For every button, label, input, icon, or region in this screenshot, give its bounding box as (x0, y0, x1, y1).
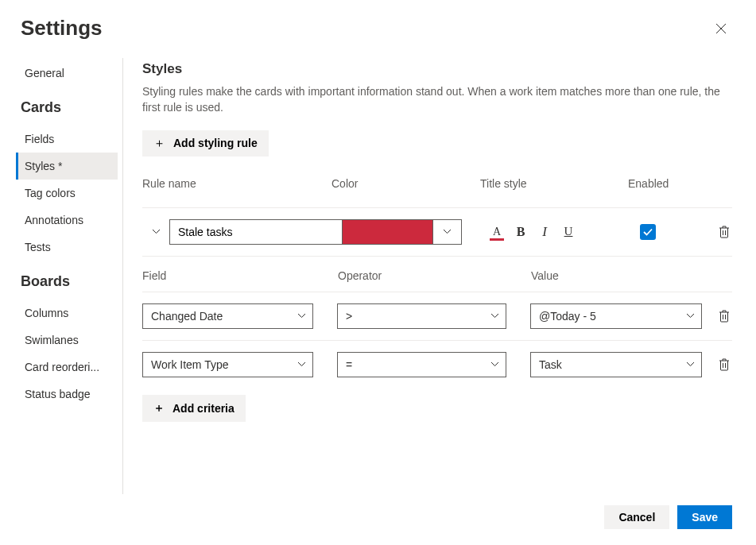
sidebar-item-label: Status badge (25, 388, 91, 400)
check-icon (643, 228, 653, 236)
main-description: Styling rules make the cards with import… (142, 83, 732, 116)
sidebar-item-tag-colors[interactable]: Tag colors (16, 180, 118, 207)
cancel-button[interactable]: Cancel (604, 505, 669, 529)
underline-button[interactable]: U (559, 222, 578, 242)
delete-criteria-button[interactable] (716, 310, 732, 323)
trash-icon (719, 358, 730, 371)
bold-button[interactable]: B (511, 222, 530, 242)
italic-icon: I (542, 224, 547, 240)
main-title: Styles (142, 61, 732, 77)
sidebar-item-label: Annotations (25, 214, 83, 226)
chevron-down-icon (686, 361, 695, 367)
color-picker[interactable] (343, 219, 462, 245)
bold-icon: B (517, 225, 525, 239)
criteria-row: Work Item Type = Task (142, 340, 732, 388)
color-picker-caret (432, 220, 461, 244)
sidebar: General Cards Fields Styles * Tag colors… (16, 58, 123, 494)
chevron-down-icon (443, 229, 452, 234)
sidebar-item-label: Styles * (25, 160, 62, 172)
sidebar-item-label: Columns (25, 307, 68, 319)
color-swatch (343, 220, 432, 244)
criteria-value-select[interactable]: @Today - 5 (530, 303, 702, 329)
sidebar-item-general[interactable]: General (16, 60, 118, 87)
column-header-title-style: Title style (480, 177, 628, 190)
criteria-operator-select[interactable]: > (337, 303, 506, 329)
sidebar-item-label: Card reorderi... (25, 361, 99, 373)
sidebar-item-status-badge[interactable]: Status badge (16, 381, 118, 408)
font-color-button[interactable]: A (487, 222, 506, 242)
sidebar-item-fields[interactable]: Fields (16, 126, 118, 153)
column-header-enabled: Enabled (628, 177, 732, 190)
italic-button[interactable]: I (535, 222, 554, 242)
trash-icon (719, 226, 730, 238)
select-value: Changed Date (151, 310, 223, 323)
sidebar-item-card-reordering[interactable]: Card reorderi... (16, 354, 118, 381)
add-styling-rule-button[interactable]: ＋ Add styling rule (142, 130, 269, 157)
sidebar-item-styles[interactable]: Styles * (16, 153, 118, 180)
styling-rule-row: A B I U (142, 207, 732, 257)
add-rule-label: Add styling rule (173, 137, 258, 149)
chevron-down-icon (152, 229, 161, 234)
delete-rule-button[interactable] (716, 226, 732, 238)
trash-icon (719, 310, 730, 323)
select-value: @Today - 5 (539, 310, 596, 323)
select-value: > (346, 310, 352, 323)
chevron-down-icon (490, 361, 499, 367)
sidebar-item-swimlanes[interactable]: Swimlanes (16, 327, 118, 354)
add-criteria-label: Add criteria (173, 402, 235, 415)
add-criteria-button[interactable]: ＋ Add criteria (142, 395, 246, 422)
sidebar-item-label: Tag colors (25, 187, 76, 199)
sidebar-section-boards: Boards (16, 261, 118, 300)
close-icon (715, 23, 727, 34)
expand-rule-button[interactable] (142, 229, 169, 234)
sidebar-item-tests[interactable]: Tests (16, 234, 118, 261)
rule-name-input[interactable] (169, 219, 343, 245)
chevron-down-icon (686, 313, 695, 319)
column-header-rule-name: Rule name (142, 177, 331, 190)
sidebar-item-label: General (25, 67, 64, 79)
font-color-icon: A (493, 226, 501, 238)
criteria-field-select[interactable]: Changed Date (142, 303, 313, 329)
dialog-title: Settings (21, 16, 103, 41)
criteria-header-operator: Operator (338, 269, 531, 282)
criteria-header-value: Value (531, 269, 732, 282)
select-value: Work Item Type (151, 358, 229, 371)
chevron-down-icon (297, 361, 306, 367)
select-value: = (346, 358, 352, 371)
save-button[interactable]: Save (677, 505, 732, 529)
sidebar-item-annotations[interactable]: Annotations (16, 207, 118, 234)
plus-icon: ＋ (153, 136, 165, 151)
enabled-checkbox[interactable] (640, 224, 656, 240)
criteria-field-select[interactable]: Work Item Type (142, 352, 313, 377)
delete-criteria-button[interactable] (716, 358, 732, 371)
criteria-value-select[interactable]: Task (530, 352, 702, 377)
criteria-header-field: Field (142, 269, 338, 282)
criteria-operator-select[interactable]: = (337, 352, 506, 377)
sidebar-item-columns[interactable]: Columns (16, 300, 118, 327)
select-value: Task (539, 358, 562, 371)
column-header-color: Color (331, 177, 480, 190)
sidebar-item-label: Swimlanes (25, 334, 79, 346)
sidebar-item-label: Fields (25, 133, 54, 145)
main-panel: Styles Styling rules make the cards with… (123, 58, 732, 494)
plus-icon: ＋ (153, 401, 165, 416)
close-button[interactable] (710, 17, 732, 40)
chevron-down-icon (490, 313, 499, 319)
criteria-row: Changed Date > @Today - 5 (142, 292, 732, 340)
sidebar-item-label: Tests (25, 241, 51, 253)
underline-icon: U (564, 225, 573, 238)
sidebar-section-cards: Cards (16, 87, 118, 126)
chevron-down-icon (297, 313, 306, 319)
